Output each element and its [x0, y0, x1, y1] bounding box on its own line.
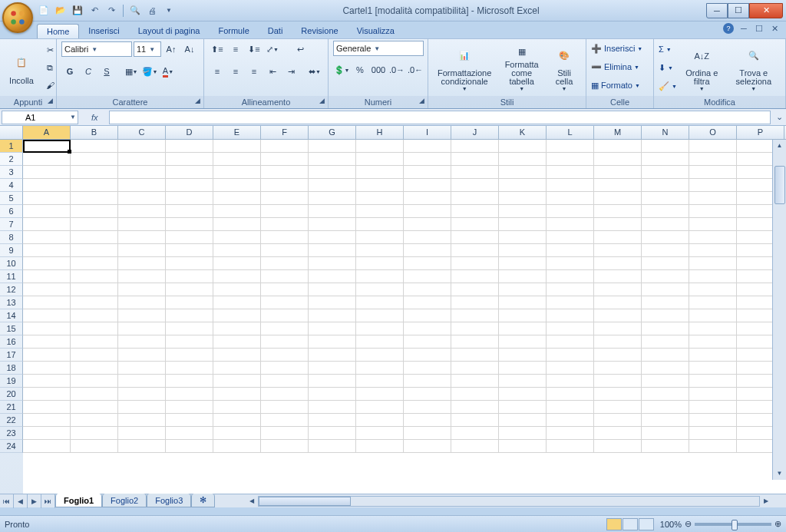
cell[interactable] — [499, 322, 547, 335]
cell[interactable] — [594, 362, 642, 375]
cell[interactable] — [118, 309, 166, 322]
cell[interactable] — [261, 427, 309, 440]
cell[interactable] — [404, 388, 451, 401]
cell[interactable] — [547, 205, 594, 218]
office-button[interactable] — [2, 2, 33, 33]
sheet-tab[interactable]: Foglio1 — [55, 494, 102, 507]
cell[interactable] — [499, 296, 547, 309]
cell[interactable] — [594, 231, 642, 244]
cell[interactable] — [71, 322, 118, 335]
autosum-button[interactable]: Σ▼ — [659, 41, 677, 57]
format-as-table-button[interactable]: ▦Formatta come tabella▼ — [499, 42, 544, 93]
cell[interactable] — [451, 322, 499, 335]
cell[interactable] — [642, 218, 689, 231]
cell[interactable] — [356, 427, 404, 440]
cell[interactable] — [166, 192, 213, 205]
cell[interactable] — [499, 362, 547, 375]
cell[interactable] — [71, 231, 118, 244]
cell[interactable] — [261, 153, 309, 166]
row-header[interactable]: 5 — [0, 192, 23, 205]
cell[interactable] — [689, 362, 737, 375]
cell[interactable] — [594, 309, 642, 322]
cell[interactable] — [166, 296, 213, 309]
cell[interactable] — [689, 257, 737, 270]
cell[interactable] — [451, 309, 499, 322]
cell[interactable] — [689, 140, 737, 153]
page-break-view-button[interactable] — [639, 518, 654, 530]
cell[interactable] — [642, 440, 689, 453]
cell[interactable] — [23, 349, 71, 362]
indent-increase-icon[interactable]: ⇥ — [282, 63, 299, 80]
cell[interactable] — [594, 440, 642, 453]
cell[interactable] — [261, 218, 309, 231]
cell[interactable] — [356, 192, 404, 205]
row-header[interactable]: 10 — [0, 257, 23, 270]
cell[interactable] — [213, 166, 261, 179]
cell[interactable] — [594, 140, 642, 153]
cell[interactable] — [642, 427, 689, 440]
cell[interactable] — [451, 270, 499, 283]
row-header[interactable]: 12 — [0, 283, 23, 296]
cell[interactable] — [213, 427, 261, 440]
cell[interactable] — [451, 257, 499, 270]
cell[interactable] — [642, 388, 689, 401]
cell[interactable] — [309, 283, 356, 296]
fill-color-icon[interactable]: 🪣▼ — [141, 63, 158, 80]
cell[interactable] — [499, 153, 547, 166]
cell[interactable] — [213, 335, 261, 349]
launcher-icon[interactable]: ◢ — [45, 97, 54, 106]
cell[interactable] — [499, 335, 547, 349]
row-header[interactable]: 14 — [0, 309, 23, 322]
cell[interactable] — [166, 257, 213, 270]
cell[interactable] — [309, 427, 356, 440]
cell[interactable] — [261, 362, 309, 375]
cell[interactable] — [356, 166, 404, 179]
column-header[interactable]: K — [499, 126, 547, 139]
cell[interactable] — [118, 375, 166, 388]
cell[interactable] — [451, 349, 499, 362]
row-header[interactable]: 16 — [0, 335, 23, 349]
cell[interactable] — [499, 179, 547, 192]
cell[interactable] — [547, 283, 594, 296]
tab-inserisci[interactable]: Inserisci — [79, 24, 128, 38]
cell[interactable] — [642, 231, 689, 244]
tab-formule[interactable]: Formule — [209, 24, 258, 38]
cell[interactable] — [118, 257, 166, 270]
cell[interactable] — [499, 166, 547, 179]
number-format-combo[interactable]: Generale▼ — [333, 41, 424, 56]
cell[interactable] — [23, 309, 71, 322]
cell[interactable] — [642, 309, 689, 322]
bold-button[interactable]: G — [61, 63, 78, 80]
sort-filter-button[interactable]: A↓ZOrdina e filtra▼ — [680, 42, 724, 93]
cell[interactable] — [166, 309, 213, 322]
italic-button[interactable]: C — [80, 63, 97, 80]
doc-close-icon[interactable]: ✕ — [769, 23, 780, 34]
cell[interactable] — [356, 349, 404, 362]
cell[interactable] — [594, 205, 642, 218]
cell[interactable] — [689, 335, 737, 349]
border-icon[interactable]: ▦▼ — [123, 63, 140, 80]
doc-minimize-icon[interactable]: ─ — [738, 23, 749, 34]
cell[interactable] — [594, 283, 642, 296]
cell[interactable] — [213, 349, 261, 362]
cell[interactable] — [547, 375, 594, 388]
cell[interactable] — [356, 335, 404, 349]
cell[interactable] — [309, 218, 356, 231]
cell[interactable] — [166, 179, 213, 192]
cell[interactable] — [451, 427, 499, 440]
column-header[interactable]: F — [261, 126, 309, 139]
cell[interactable] — [689, 283, 737, 296]
cell[interactable] — [23, 179, 71, 192]
cell[interactable] — [594, 192, 642, 205]
cell[interactable] — [71, 427, 118, 440]
cell[interactable] — [689, 205, 737, 218]
cell[interactable] — [213, 309, 261, 322]
launcher-icon[interactable]: ◢ — [193, 97, 202, 106]
row-header[interactable]: 6 — [0, 205, 23, 218]
select-all-corner[interactable] — [0, 126, 23, 139]
cell[interactable] — [642, 296, 689, 309]
cell[interactable] — [404, 192, 451, 205]
cell[interactable] — [166, 388, 213, 401]
page-layout-view-button[interactable] — [623, 518, 638, 530]
cell[interactable] — [689, 218, 737, 231]
